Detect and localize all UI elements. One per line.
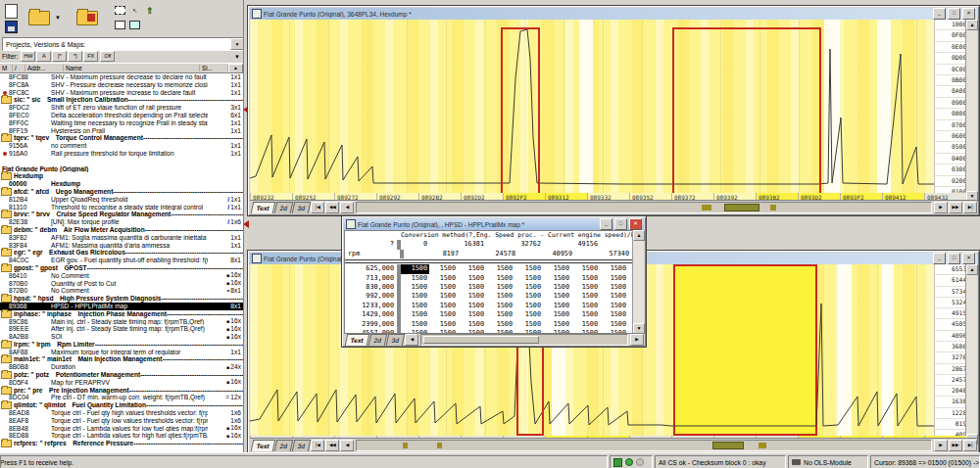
tree-row[interactable]: tqev: " tqev Torque Control Management [0,134,243,142]
map-cell[interactable]: 1500 [401,264,429,273]
tree-row[interactable]: main1et: " main1et Main Injection Manage… [0,355,243,363]
tree-row[interactable]: 8FC8ASHV - Pressure decrease necessary t… [0,81,243,89]
checkin-button[interactable]: ⇑ [142,3,157,18]
map-cell[interactable]: 1500 [401,283,429,292]
window-titlebar[interactable]: Fiat Grande Punto (Original), , HPSD - H… [344,218,644,230]
filter-toggle-button[interactable]: *] [68,51,82,62]
map-cell[interactable]: 1500 [401,310,429,319]
new-file-button[interactable] [2,2,20,20]
column-addr[interactable]: Addr... [25,65,64,71]
map-cell[interactable]: 1500 [514,292,543,301]
scroll-up-icon[interactable]: ▲ [966,264,978,275]
tree-row[interactable]: 8B0B8Duration■ 24x [0,363,243,371]
map-cell[interactable]: 1500 [571,302,600,310]
copy-window-button[interactable] [113,18,127,32]
tree-row[interactable]: 8FEC0Delta acceleration threshold depend… [0,112,243,119]
window-titlebar[interactable]: Fiat Grande Punto (Original), 3648PL34, … [250,8,977,20]
tree-row[interactable]: 8FC88SHV - Maximum pressure decrease to … [0,73,243,81]
map-cell[interactable]: 1500 [486,274,514,283]
tree-row[interactable]: hpsd: " hpsd High Pressure System Diagno… [0,295,243,303]
maximize-button[interactable]: □ [614,218,627,230]
tree-row[interactable]: 82E38[UN]: Max torque profilei 1x6 [0,218,243,226]
map-row-header[interactable]: 992,000 [345,292,397,301]
map-cell[interactable]: 1500 [600,292,628,301]
minimize-button[interactable]: _ [933,253,946,264]
map-cell[interactable]: 1500 [543,310,571,319]
map-cell[interactable]: 1500 [458,264,486,273]
map-cell[interactable]: 1500 [514,310,543,319]
minimize-button[interactable]: _ [600,218,612,230]
map-cell[interactable]: 1500 [429,274,458,283]
scroll-left-button[interactable]: ◀ [340,202,354,213]
tree-row[interactable]: 00000Hexdump [0,180,243,188]
close-button[interactable]: ✕ [962,8,975,20]
map-row-header[interactable]: 713,000 [345,274,397,283]
column-slash[interactable]: / [13,65,25,71]
tree-row[interactable]: debm: " debm Air Flow Meter Acquisition [0,226,243,234]
map-cell[interactable]: 1500 [571,320,600,329]
horizontal-scrollbar[interactable] [356,202,932,213]
scrollbar-thumb[interactable] [724,204,760,211]
sidebar-combo[interactable]: Projects, Versions & Maps: ▼ [2,37,245,51]
map-cell[interactable]: 1500 [401,302,429,310]
tree-row[interactable]: 8DC04Pre ctrl - DT min. warm-up corr. we… [0,394,243,401]
map-cell[interactable]: 1500 [600,283,628,292]
filter-toggle-button[interactable]: HW [21,51,35,62]
map-cell[interactable]: 1500 [401,320,429,329]
scroll-right-button[interactable]: ▶ [630,334,644,346]
tree-row[interactable]: sic: " sic Small Injection Calibration [0,96,243,104]
tree-row[interactable]: qlimtot: " qlimtot Fuel Quantity Limitat… [0,401,243,409]
tree-row[interactable]: 8EAF8Torque ctrl - Fuel qty low values t… [0,417,243,425]
map-cell[interactable]: 1500 [429,302,458,310]
paste-window-button[interactable] [127,18,142,32]
scroll-fast-right-button[interactable]: ▶▶ [949,440,962,451]
map-row-header[interactable]: 1233,000 [345,302,397,310]
tree-row[interactable]: 8ED88Torque ctrl - Lambda values for hig… [0,432,243,440]
map-cell[interactable]: 1500 [514,274,543,283]
open-dropdown-button[interactable]: ▼ [52,10,64,25]
vertical-scrollbar[interactable]: ▲ ▼ [965,20,977,202]
map-cell[interactable]: 1500 [429,320,458,329]
map-row-header[interactable]: 1429,000 [345,310,397,319]
map-cell[interactable]: 1500 [543,283,571,292]
map-cell[interactable]: 1500 [600,264,628,273]
scroll-end-button[interactable]: ▶| [963,202,977,213]
import-file-button[interactable] [73,6,102,29]
map-row-header[interactable]: 625,000 [345,264,397,273]
map-cell[interactable]: 1500 [543,274,571,283]
tree-row[interactable] [0,158,243,165]
tree-row[interactable]: 9156Ano comment1x1 [0,142,243,150]
save-button[interactable] [2,19,20,35]
tree-row[interactable]: gpost: " gpost GPOST [0,264,243,272]
map-cell[interactable]: 1500 [543,302,571,310]
open-project-button[interactable] [25,6,53,29]
horizontal-scrollbar[interactable] [420,334,628,346]
tree-row[interactable]: 870B0Quantity of Post to Cut■ 16x [0,280,243,288]
tree-row[interactable]: Hexdump [0,172,243,180]
map-cell[interactable]: 1500 [514,302,543,310]
map-cell[interactable]: 1500 [571,310,600,319]
scroll-home-button[interactable]: |◀ [311,202,324,213]
tree-row[interactable]: 89368HPSD - HPPLPrailMx map8x1 [0,303,243,310]
tree-row[interactable]: 8D5F4Map for PERAPRVV■ 16x [0,379,243,387]
tree-row[interactable]: lrpm: " lrpm Rpm Limiter [0,341,243,349]
map-cell[interactable]: 1500 [571,283,600,292]
map-cell[interactable]: 1500 [458,302,486,310]
tree-row[interactable]: 8AF88Maximum torque for integral term of… [0,349,243,356]
tree-row[interactable]: Fiat Grande Punto (Original) [0,165,243,173]
tree-row[interactable]: refpres: " refpres Reference Pressure [0,440,243,447]
map-cell[interactable]: 1500 [486,283,514,292]
scroll-left-button[interactable]: ◀ [340,440,354,451]
tree-row[interactable]: 81310Threshold to recognise a steady sta… [0,204,243,211]
tab-3d[interactable]: 3d [292,202,312,213]
tree-row[interactable]: afcd: " afcd Uego Management [0,188,243,196]
column-m[interactable]: M [0,65,13,71]
tree-row[interactable]: 86410No Comment■ 16x [0,272,243,280]
minimize-button[interactable]: _ [933,8,946,20]
scroll-up-icon[interactable]: ▲ [228,64,243,73]
map-cell[interactable]: 1500 [401,274,429,283]
map-cell[interactable]: 1500 [458,274,486,283]
tree-row[interactable]: egr: " egr Exhaust Gas Ricircolous [0,249,243,257]
map-cell[interactable]: 1500 [514,320,543,329]
tab-text[interactable]: Text [345,334,369,346]
